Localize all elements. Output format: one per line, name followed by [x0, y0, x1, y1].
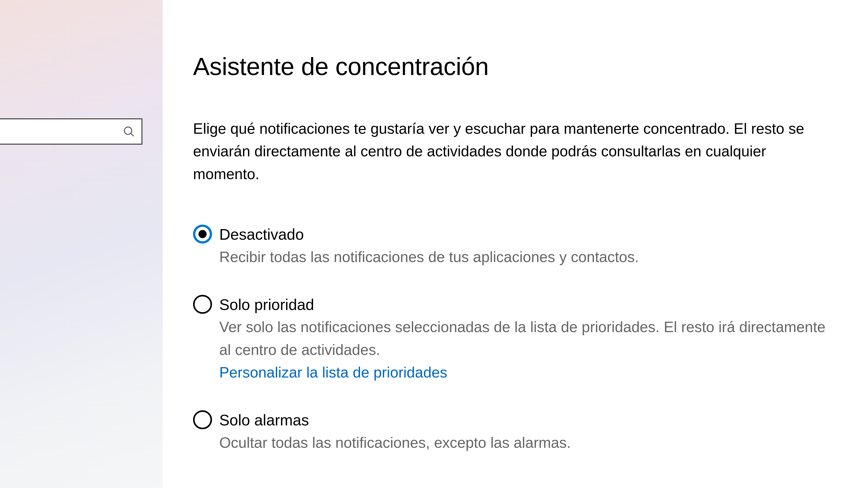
radio-off[interactable]: [193, 225, 212, 243]
page-title: Asistente de concentración: [193, 52, 827, 80]
option-off-desc: Recibir todas las notificaciones de tus …: [219, 246, 639, 268]
radio-wrap: [193, 293, 212, 314]
radio-wrap: [193, 223, 212, 243]
svg-point-0: [124, 127, 132, 134]
search-box[interactable]: [0, 119, 143, 144]
search-input[interactable]: [0, 123, 123, 140]
main-content: Asistente de concentración Elige qué not…: [163, 0, 868, 488]
option-text: Solo prioridad Ver solo las notificacion…: [219, 293, 827, 384]
option-text: Solo alarmas Ocultar todas las notificac…: [219, 409, 571, 454]
option-text: Desactivado Recibir todas las notificaci…: [219, 223, 639, 268]
radio-alarms[interactable]: [193, 410, 212, 429]
radio-priority[interactable]: [193, 295, 212, 314]
option-priority-desc: Ver solo las notificaciones seleccionada…: [219, 316, 827, 361]
option-alarms[interactable]: Solo alarmas Ocultar todas las notificac…: [193, 409, 827, 454]
search-icon: [123, 125, 135, 138]
svg-line-1: [131, 133, 133, 136]
focus-options: Desactivado Recibir todas las notificaci…: [193, 223, 827, 454]
option-alarms-label: Solo alarmas: [219, 409, 571, 431]
sidebar: ones tración nsión: [0, 0, 163, 488]
option-alarms-desc: Ocultar todas las notificaciones, except…: [219, 431, 571, 454]
option-priority-label: Solo prioridad: [219, 293, 827, 316]
radio-wrap: [193, 409, 212, 429]
option-priority[interactable]: Solo prioridad Ver solo las notificacion…: [193, 293, 827, 384]
option-off[interactable]: Desactivado Recibir todas las notificaci…: [193, 223, 827, 268]
settings-window: ones tración nsión Asistente de concentr…: [0, 0, 868, 488]
customize-priority-link[interactable]: Personalizar la lista de prioridades: [219, 361, 827, 384]
page-description: Elige qué notificaciones te gustaría ver…: [193, 117, 827, 185]
option-off-label: Desactivado: [219, 223, 639, 246]
